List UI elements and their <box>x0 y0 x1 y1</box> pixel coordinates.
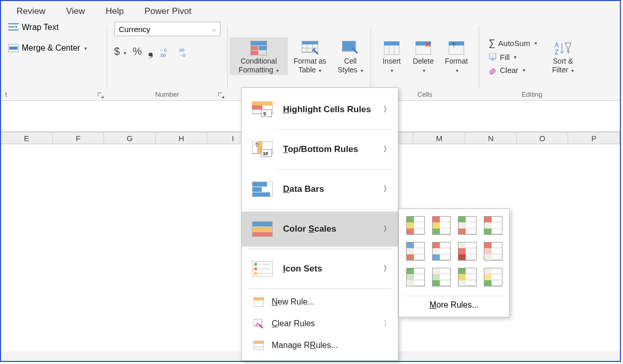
conditional-formatting-menu: ≤ Highlight Cells Rules 〉 10 Top/Bottom … <box>241 87 398 361</box>
color-scale-preset-4[interactable] <box>484 216 502 235</box>
insert-label: Insert <box>382 57 400 65</box>
color-scale-preset-7[interactable] <box>458 242 477 261</box>
wrap-text-button[interactable]: Wrap Text <box>6 22 61 33</box>
autosum-button[interactable]: ∑ AutoSum ▾ <box>486 37 544 50</box>
icon-sets-icon <box>251 260 274 278</box>
column-header[interactable]: F <box>53 132 105 144</box>
menu-icon-sets[interactable]: Icon Sets 〉 <box>242 251 398 286</box>
cell-styles-button[interactable]: CellStyles ▾ <box>332 37 368 75</box>
svg-text:A: A <box>555 41 559 49</box>
fill-button[interactable]: Fill ▾ <box>486 52 544 63</box>
svg-point-51 <box>254 267 257 270</box>
column-header[interactable]: N <box>465 132 517 144</box>
tab-help[interactable]: Help <box>106 6 124 17</box>
group-alignment: Wrap Text Merge & Center ▾ t <box>1 22 105 100</box>
ribbon-tab-bar: Review View Help Power Pivot <box>1 1 620 20</box>
delete-label: Delete <box>413 57 434 65</box>
color-scales-icon <box>251 220 274 238</box>
chevron-right-icon: 〉 <box>383 264 391 274</box>
svg-rect-42 <box>253 182 267 187</box>
svg-rect-1 <box>8 26 14 27</box>
color-scale-preset-8[interactable] <box>484 242 502 261</box>
wrap-text-icon <box>8 23 19 32</box>
svg-rect-22 <box>384 41 399 46</box>
number-format-value: Currency <box>119 25 151 34</box>
svg-rect-11 <box>251 46 258 50</box>
menu-color-scales[interactable]: Color Scales 〉 <box>242 211 398 247</box>
number-group-label: Number <box>112 90 222 100</box>
merge-center-button[interactable]: Merge & Center ▾ <box>6 42 89 54</box>
color-scale-preset-10[interactable] <box>432 268 451 286</box>
menu-clear-rules[interactable]: Clear Rules 〉 <box>242 313 398 335</box>
merge-center-label: Merge & Center <box>22 43 80 53</box>
svg-text:.00: .00 <box>178 48 185 53</box>
color-scale-preset-5[interactable] <box>406 242 425 261</box>
menu-manage-rules[interactable]: Manage RRules...ules... <box>242 335 398 356</box>
column-header[interactable]: E <box>1 132 53 144</box>
menu-highlight-cells-rules[interactable]: ≤ Highlight Cells Rules 〉 <box>242 92 398 127</box>
menu-top-bottom-rules[interactable]: 10 Top/Bottom Rules 〉 <box>242 132 398 167</box>
alignment-dialog-launcher[interactable] <box>97 92 103 98</box>
svg-rect-43 <box>253 187 262 192</box>
format-cells-icon <box>449 39 464 57</box>
color-scale-preset-2[interactable] <box>432 216 451 235</box>
top-bottom-icon: 10 <box>251 140 274 159</box>
number-dialog-launcher[interactable] <box>218 92 224 98</box>
column-header[interactable]: P <box>568 132 620 144</box>
svg-rect-13 <box>251 51 258 55</box>
chevron-right-icon: 〉 <box>383 224 391 234</box>
column-header[interactable]: M <box>413 132 465 144</box>
color-scale-preset-11[interactable] <box>458 268 477 286</box>
more-color-scale-rules[interactable]: More Rules... <box>404 296 504 313</box>
chevron-down-icon: ⌄ <box>212 26 216 32</box>
menu-new-rule[interactable]: New Rule... <box>242 291 398 313</box>
svg-rect-12 <box>259 46 266 50</box>
svg-rect-57 <box>254 298 263 300</box>
svg-rect-10 <box>251 41 266 46</box>
merge-center-icon <box>8 44 19 52</box>
column-header[interactable]: O <box>517 132 569 144</box>
svg-point-50 <box>254 263 257 266</box>
comma-format-button[interactable]: ❟ <box>148 49 153 54</box>
svg-text:Z: Z <box>555 49 558 55</box>
cell-styles-icon <box>342 39 359 57</box>
format-label: Format <box>445 57 468 65</box>
sigma-icon: ∑ <box>488 38 495 49</box>
tab-view[interactable]: View <box>66 6 85 17</box>
cs-label-2: Styles <box>337 66 357 74</box>
svg-rect-2 <box>8 29 19 31</box>
sf-label-1: Sort & <box>553 57 573 65</box>
number-format-select[interactable]: Currency ⌄ <box>114 22 220 36</box>
tab-power-pivot[interactable]: Power Pivot <box>144 6 191 17</box>
svg-rect-47 <box>253 227 272 232</box>
color-scale-preset-6[interactable] <box>432 242 451 261</box>
svg-rect-4 <box>9 47 18 50</box>
column-header[interactable]: G <box>104 132 156 144</box>
tab-review[interactable]: Review <box>17 6 46 17</box>
menu-data-bars[interactable]: Data Bars 〉 <box>242 172 398 207</box>
svg-rect-28 <box>449 41 464 46</box>
clear-button[interactable]: Clear ▾ <box>486 65 544 75</box>
format-as-table-button[interactable]: Format asTable ▾ <box>288 37 332 75</box>
chevron-right-icon: 〉 <box>383 319 391 328</box>
format-cells-button[interactable]: Format▾ <box>439 37 473 75</box>
svg-text:→0: →0 <box>178 53 185 57</box>
accounting-format-button[interactable]: $ ▾ <box>114 46 127 57</box>
color-scale-preset-1[interactable] <box>406 216 425 235</box>
group-number: Currency ⌄ $ ▾ % ❟ ←0.00 .00→0 Number <box>109 22 225 100</box>
svg-text:≤: ≤ <box>263 111 266 116</box>
insert-cells-button[interactable]: Insert▾ <box>376 37 407 75</box>
conditional-formatting-button[interactable]: ConditionalFormatting ▾ <box>230 37 288 75</box>
column-header[interactable]: H <box>156 132 207 144</box>
color-scale-preset-3[interactable] <box>458 216 477 235</box>
delete-cells-button[interactable]: Delete▾ <box>407 37 439 75</box>
cs-label-1: Cell <box>344 57 357 65</box>
color-scale-preset-9[interactable] <box>406 268 425 286</box>
highlight-rules-icon: ≤ <box>251 100 274 119</box>
percent-format-button[interactable]: % <box>132 46 142 57</box>
increase-decimal-button[interactable]: ←0.00 <box>159 47 172 57</box>
sort-filter-button[interactable]: AZ Sort &Filter ▾ <box>546 37 580 75</box>
fat-label-2: Table <box>299 66 316 74</box>
color-scale-preset-12[interactable] <box>484 268 502 286</box>
decrease-decimal-button[interactable]: .00→0 <box>178 47 190 57</box>
